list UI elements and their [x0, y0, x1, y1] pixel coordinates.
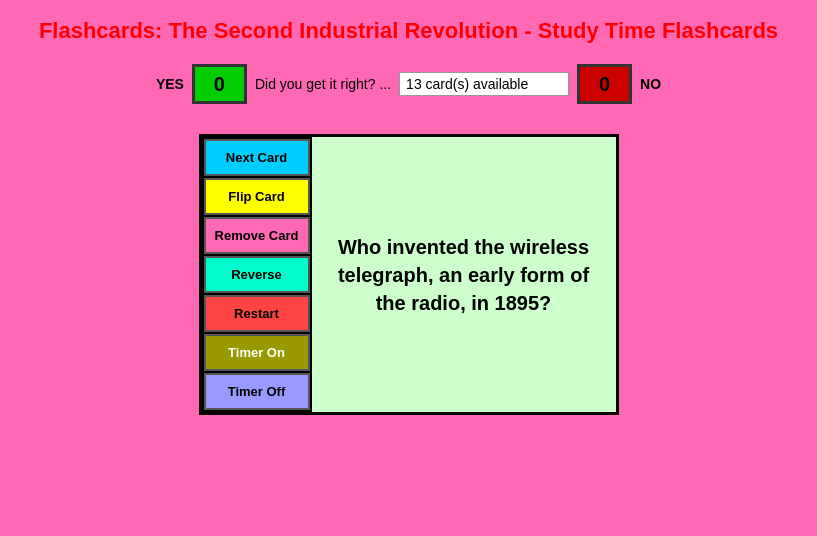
remove-card-button[interactable]: Remove Card [204, 217, 310, 254]
timer-off-button[interactable]: Timer Off [204, 373, 310, 410]
no-label: NO [640, 76, 661, 92]
no-score: 0 [599, 73, 610, 96]
no-score-box[interactable]: 0 [577, 64, 632, 104]
flip-card-button[interactable]: Flip Card [204, 178, 310, 215]
card-text: Who invented the wireless telegraph, an … [332, 233, 596, 317]
timer-on-button[interactable]: Timer On [204, 334, 310, 371]
yes-score: 0 [214, 73, 225, 96]
reverse-button[interactable]: Reverse [204, 256, 310, 293]
top-bar: YES 0 Did you get it right? ... 0 NO [0, 64, 817, 104]
cards-available-input[interactable] [399, 72, 569, 96]
buttons-panel: Next Card Flip Card Remove Card Reverse … [202, 137, 312, 412]
restart-button[interactable]: Restart [204, 295, 310, 332]
card-display: Who invented the wireless telegraph, an … [312, 137, 616, 412]
did-you-label: Did you get it right? ... [255, 76, 391, 92]
yes-score-box[interactable]: 0 [192, 64, 247, 104]
page-title: Flashcards: The Second Industrial Revolu… [0, 0, 817, 54]
next-card-button[interactable]: Next Card [204, 139, 310, 176]
flashcard-container: Next Card Flip Card Remove Card Reverse … [199, 134, 619, 415]
yes-label: YES [156, 76, 184, 92]
main-area: Next Card Flip Card Remove Card Reverse … [0, 134, 817, 415]
